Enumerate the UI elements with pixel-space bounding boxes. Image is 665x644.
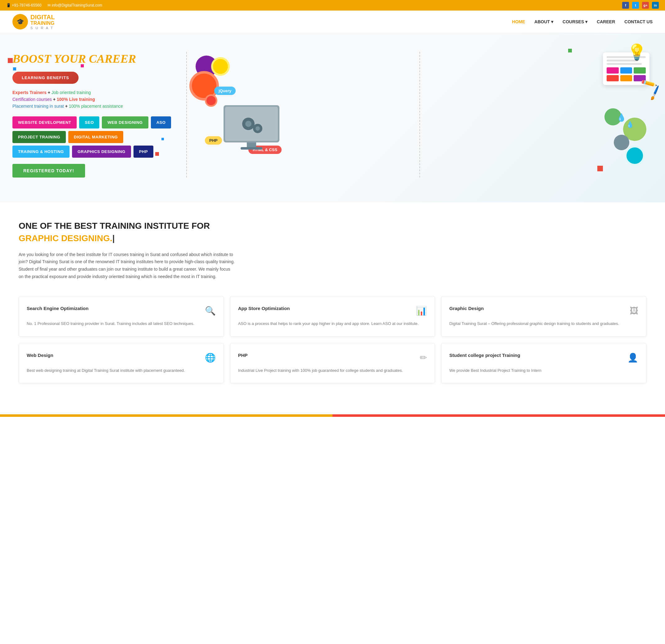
logo-text: DIGITALTRAINING S U R A T [31, 14, 55, 30]
circle-gray [614, 135, 629, 150]
card-php-icon: ✏ [420, 353, 427, 363]
nav-courses[interactable]: COURSES ▾ [563, 18, 587, 26]
card-graphic-title: Graphic Design [449, 306, 484, 311]
circle-cyan [625, 145, 645, 166]
monitor-area [221, 102, 283, 153]
card-graphic-icon: 🖼 [630, 306, 638, 316]
about-subtitle: GRAPHIC DESIGNING.| [19, 233, 646, 243]
color-cell-5 [620, 75, 632, 81]
card-web-icon: 🌐 [205, 353, 216, 363]
card-seo-desc: No. 1 Professional SEO training provider… [27, 320, 216, 327]
feature-2-plus: + [53, 97, 57, 102]
card-project: Student college project Training 👤 We pr… [441, 343, 646, 384]
card-php-desc: Industrial Live Project training with 10… [238, 368, 427, 374]
top-bar: 📱 +91-78746-65560 ✉ info@DigitalTraining… [0, 0, 665, 11]
feature-1-text2: Job oriented training [52, 90, 91, 95]
linkedin-icon[interactable]: in [652, 2, 659, 9]
circle-yellow [211, 57, 230, 76]
color-cell-4 [607, 75, 619, 81]
drop-icon-2: 💧 [626, 121, 634, 128]
about-subtitle-text: GRAPHIC DESIGNING. [19, 233, 112, 243]
card-web-desc: Best web designing training at Digital T… [27, 368, 216, 374]
email-address: ✉ info@DigitalTrainingSurat.com [48, 3, 102, 7]
svg-rect-6 [247, 142, 256, 147]
top-bar-contact: 📱 +91-78746-65560 ✉ info@DigitalTraining… [6, 3, 102, 7]
card-project-title: Student college project Training [449, 353, 520, 358]
tag-project-training[interactable]: PROJECT TRAINING [13, 131, 66, 143]
tag-digital-marketing[interactable]: DIGITAL MARKETING [68, 131, 124, 143]
nav-about[interactable]: ABOUT ▾ [534, 18, 553, 26]
card-graphic: Graphic Design 🖼 Digital Training Surat … [441, 296, 646, 337]
monitor-svg [221, 102, 283, 152]
circle-red-small [205, 94, 217, 107]
card-aso-icon: 📊 [416, 306, 427, 316]
tag-grid: WEBSITE DEVELOPMENT SEO WEB DESIGNING AS… [13, 116, 174, 158]
card-project-desc: We provide Best Industrial Project Train… [449, 368, 638, 374]
hero-title: BOOST YOUR CAREER [13, 52, 174, 65]
card-project-icon: 👤 [627, 353, 638, 363]
hero-features: Experts Trainers + Job oriented training… [13, 90, 174, 109]
drop-icon-1: 💧 [616, 113, 626, 122]
register-button[interactable]: REGISTERED TODAY! [13, 164, 85, 177]
color-cell-2 [620, 67, 632, 74]
card-web-header: Web Design 🌐 [27, 353, 216, 363]
learning-benefits-button[interactable]: LEARNING BENEFITS [13, 72, 79, 84]
card-seo-header: Search Engine Optimization 🔍 [27, 306, 216, 316]
feature-2: Certification courses + 100% Live traini… [13, 97, 174, 102]
card-graphic-desc: Digital Training Surat – Offering profes… [449, 320, 638, 327]
feature-3-text1: Placement training in surat [13, 104, 65, 109]
hero-illustration: jQuery PHP JS HTML & CSS [186, 53, 652, 177]
deco-square-4 [162, 138, 164, 140]
cursor: | [112, 233, 115, 243]
logo: 🎓 DIGITALTRAINING S U R A T [13, 14, 55, 30]
about-description: Are you looking for one of the best inst… [19, 251, 236, 280]
feature-1: Experts Trainers + Job oriented training [13, 90, 174, 95]
logo-icon: 🎓 [13, 14, 28, 30]
google-icon[interactable]: g+ [642, 2, 649, 9]
card-web-title: Web Design [27, 353, 53, 358]
tag-graphics-designing[interactable]: GRAPHICS DESIGNING [72, 145, 131, 158]
color-grid [607, 67, 646, 81]
phone-number: 📱 +91-78746-65560 [6, 3, 41, 7]
hero-left: BOOST YOUR CAREER LEARNING BENEFITS Expe… [13, 52, 174, 177]
navbar: 🎓 DIGITALTRAINING S U R A T HOME ABOUT ▾… [0, 11, 665, 33]
feature-3: Placement training in surat + 100% place… [13, 104, 174, 109]
feature-2-text1: Certification courses [13, 97, 53, 102]
nav-home[interactable]: HOME [512, 18, 525, 26]
svg-rect-7 [241, 147, 262, 150]
social-links: f t g+ in [622, 2, 659, 9]
nav-links: HOME ABOUT ▾ COURSES ▾ CAREER CONTACT US [512, 18, 652, 26]
feature-2-text2: 100% Live training [57, 97, 95, 102]
about-title: ONE OF THE BEST TRAINING INSTITUTE FOR [19, 221, 646, 231]
card-php-header: PHP ✏ [238, 353, 427, 363]
tag-seo[interactable]: SEO [79, 116, 99, 129]
hero-right: jQuery PHP JS HTML & CSS [186, 52, 652, 177]
tag-web-designing[interactable]: WEB DESIGNING [102, 116, 148, 129]
color-cell-3 [634, 67, 646, 74]
card-aso-header: App Store Optimization 📊 [238, 306, 427, 316]
tag-aso[interactable]: ASO [151, 116, 171, 129]
design-tools: 💡 ✏️ 🖌️ [603, 53, 649, 88]
doc-line-3 [607, 63, 642, 65]
main-content: ONE OF THE BEST TRAINING INSTITUTE FOR G… [0, 202, 665, 396]
tag-php[interactable]: PHP [133, 145, 153, 158]
footer-bar [0, 414, 665, 417]
card-php: PHP ✏ Industrial Live Project training w… [230, 343, 435, 384]
deco-square-2 [13, 67, 16, 71]
card-web: Web Design 🌐 Best web designing training… [19, 343, 224, 384]
feature-3-plus: + [65, 104, 69, 109]
nav-contact[interactable]: CONTACT US [624, 18, 652, 26]
color-cell-1 [607, 67, 619, 74]
twitter-icon[interactable]: t [632, 2, 639, 9]
card-seo-title: Search Engine Optimization [27, 306, 89, 311]
tag-website-development[interactable]: WEBSITE DEVELOPMENT [13, 116, 77, 129]
bulb-icon: 💡 [627, 43, 646, 61]
card-graphic-header: Graphic Design 🖼 [449, 306, 638, 316]
deco-square-3 [155, 152, 159, 156]
svg-point-5 [255, 126, 260, 131]
nav-career[interactable]: CAREER [597, 18, 615, 26]
card-aso: App Store Optimization 📊 ASO is a proces… [230, 296, 435, 337]
tag-training-hosting[interactable]: TRAINING & HOSTING [13, 145, 70, 158]
feature-1-plus: + [48, 90, 52, 95]
facebook-icon[interactable]: f [622, 2, 629, 9]
